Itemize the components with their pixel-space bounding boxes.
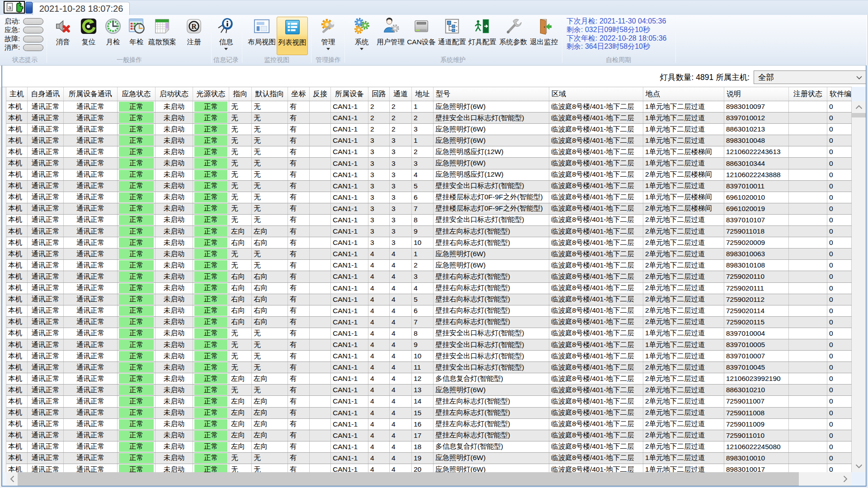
table-row[interactable]: 本机通讯正常通讯正常正常未启动正常无无有CAN1-1331应急照明灯(6W)临波… (6, 135, 852, 146)
can-device-button[interactable]: CAN设备 (407, 18, 436, 46)
list-view-button-selected[interactable]: 列表视图 (277, 17, 308, 55)
column-header-13[interactable]: 通道 (390, 87, 412, 101)
mute-button[interactable]: 消音 (54, 18, 71, 46)
table-row[interactable]: 本机通讯正常通讯正常正常未启动正常无无有CAN1-1442应急照明灯(6W)临波… (6, 260, 852, 271)
cell: 临波庭8号楼/401-地下二层 (549, 385, 643, 395)
column-header-19[interactable]: 注册状态 (789, 87, 827, 101)
table-row[interactable]: 本机通讯正常通讯正常正常未启动正常无无有CAN1-1441应急照明灯(6W)临波… (6, 249, 852, 260)
table-row[interactable]: 本机通讯正常通讯正常正常未启动正常无无有CAN1-14411壁挂安全出口标志灯(… (6, 362, 852, 373)
table-row[interactable]: 本机通讯正常通讯正常正常未启动正常无无有CAN1-14419应急照明灯(6W)临… (6, 453, 852, 464)
table-row[interactable]: 本机通讯正常通讯正常正常未启动正常无无有CAN1-1336壁挂楼层标志灯0F-9… (6, 192, 852, 203)
cell: 3 (368, 181, 390, 192)
application-menu-button[interactable] (25, 2, 33, 14)
system-button[interactable]: 系统 (353, 18, 370, 50)
column-header-1[interactable]: 主机 (6, 87, 28, 101)
table-row[interactable]: 本机通讯正常通讯正常正常未启动正常无无有CAN1-1449壁挂安全出口标志灯(智… (6, 339, 852, 351)
table-row[interactable]: 本机通讯正常通讯正常正常未启动正常左向左向有CAN1-14416壁挂左向标志灯(… (6, 419, 852, 430)
table-row[interactable]: 本机通讯正常通讯正常正常未启动正常无无有CAN1-1337壁挂楼层标志灯0F-9… (6, 203, 852, 215)
table-row[interactable]: 本机通讯正常通讯正常正常未启动正常无无有CAN1-1335壁挂安全出口标志灯(智… (6, 181, 852, 192)
cell (310, 124, 331, 135)
column-header-11[interactable]: 所属设备 (331, 87, 368, 101)
cell: 4 (368, 294, 390, 305)
table-row[interactable]: 本机通讯正常通讯正常正常未启动正常右向右向有CAN1-1444壁挂右向标志灯(智… (6, 283, 852, 294)
column-header-10[interactable]: 反接 (310, 87, 331, 101)
table-row[interactable]: 本机通讯正常通讯正常正常未启动正常左向左向有CAN1-14414壁挂左向标志灯(… (6, 396, 852, 407)
cell: 未启动 (156, 124, 193, 135)
cell: 通讯正常 (64, 271, 118, 282)
column-header-9[interactable]: 坐标 (288, 87, 310, 101)
column-header-7[interactable]: 指向 (229, 87, 252, 101)
table-row[interactable]: 本机通讯正常通讯正常正常未启动正常右向右向有CAN1-1445壁挂右向标志灯(智… (6, 294, 852, 305)
table-row[interactable]: 本机通讯正常通讯正常正常未启动正常右向右向有CAN1-1443壁挂右向标志灯(智… (6, 271, 852, 282)
table-row[interactable]: 本机通讯正常通讯正常正常未启动正常左向左向有CAN1-14415壁挂左向标志灯(… (6, 408, 852, 419)
table-row[interactable]: 本机通讯正常通讯正常正常未启动正常左向左向有CAN1-14417壁挂左向标志灯(… (6, 430, 852, 441)
table-row[interactable]: 本机通讯正常通讯正常正常未启动正常左向左向有CAN1-14412多信息复合灯(智… (6, 373, 852, 385)
cell: 本机 (6, 113, 28, 123)
table-row[interactable]: 本机通讯正常通讯正常正常未启动正常无无有CAN1-1332应急照明感应灯(12W… (6, 146, 852, 158)
cell: 15 (412, 408, 434, 418)
evacuation-plan-button[interactable]: 疏散预案 (148, 18, 176, 46)
table-row[interactable]: 本机通讯正常通讯正常正常未启动正常左向左向有CAN1-1339壁挂左向标志灯(智… (6, 226, 852, 237)
scroll-down-button[interactable] (852, 460, 866, 472)
table-row[interactable]: 本机通讯正常通讯正常正常未启动正常无无有CAN1-1338壁挂安全出口标志灯(智… (6, 215, 852, 226)
host-select-combobox[interactable]: 全部 (754, 70, 866, 84)
table-row[interactable]: 本机通讯正常通讯正常正常未启动正常无无有CAN1-1221应急照明灯(6W)临波… (6, 101, 852, 113)
cell (789, 373, 827, 384)
filter-bar: 灯具数量: 4891 所属主机: 全部 (0, 66, 868, 87)
table-row[interactable]: 本机通讯正常通讯正常正常未启动正常右向右向有CAN1-1447壁挂右向标志灯(智… (6, 317, 852, 328)
table-row[interactable]: 本机通讯正常通讯正常正常未启动正常无无有CAN1-1333应急照明灯(6W)临波… (6, 158, 852, 169)
column-header-12[interactable]: 回路 (368, 87, 390, 101)
column-header-18[interactable]: 说明 (724, 87, 789, 101)
cell (310, 408, 331, 418)
reset-button[interactable]: 复位 (80, 18, 97, 46)
column-header-20[interactable]: 软件编 (827, 87, 852, 101)
scroll-left-button[interactable] (6, 472, 18, 486)
document-a-icon[interactable]: a (6, 2, 14, 12)
green-flag-icon[interactable] (15, 2, 24, 13)
channel-config-button[interactable]: 通道配置 (438, 18, 466, 46)
exit-monitor-button[interactable]: 退出监控 (530, 18, 558, 46)
cell: 0 (827, 169, 852, 180)
cell: 3 (390, 181, 412, 192)
column-header-4[interactable]: 应急状态 (118, 87, 156, 101)
cell: 16 (412, 419, 434, 430)
column-header-8[interactable]: 默认指向 (252, 87, 288, 101)
column-header-5[interactable]: 启动状态 (156, 87, 193, 101)
table-row[interactable]: 本机通讯正常通讯正常正常未启动正常左向左向有CAN1-14418多信息复合灯(智… (6, 441, 852, 453)
column-header-3[interactable]: 所属设备通讯 (64, 87, 118, 101)
column-header-2[interactable]: 自身通讯 (28, 87, 64, 101)
table-row[interactable]: 本机通讯正常通讯正常正常未启动正常右向右向有CAN1-13310壁挂右向标志灯(… (6, 237, 852, 249)
table-row[interactable]: 本机通讯正常通讯正常正常未启动正常无无有CAN1-14420应急照明灯(6W)临… (6, 464, 852, 472)
lamp-config-button[interactable]: 灯具配置 (468, 18, 496, 46)
table-row[interactable]: 本机通讯正常通讯正常正常未启动正常无无有CAN1-1334应急照明感应灯(12W… (6, 169, 852, 181)
hscroll-thumb[interactable] (18, 472, 799, 486)
cell (310, 441, 331, 452)
table-row[interactable]: 本机通讯正常通讯正常正常未启动正常右向右向有CAN1-1446壁挂右向标志灯(智… (6, 305, 852, 317)
register-button[interactable]: R 注册 (185, 18, 203, 46)
system-params-button[interactable]: 系统参数 (499, 18, 527, 46)
monthly-check-button[interactable]: 月检 (104, 18, 122, 46)
datetime-tab[interactable]: 2021-10-28 18:07:26 (33, 2, 130, 15)
table-row[interactable]: 本机通讯正常通讯正常正常未启动正常无无有CAN1-14413应急照明灯(6W)临… (6, 385, 852, 396)
user-manage-button[interactable]: 用户管理 (377, 18, 405, 46)
column-header-17[interactable]: 地点 (643, 87, 724, 101)
cell: 4 (390, 408, 412, 418)
scroll-right-button[interactable] (839, 472, 852, 486)
vscroll-thumb[interactable] (852, 113, 866, 117)
cell: 正常 (193, 430, 229, 441)
layout-view-button[interactable]: 布局视图 (248, 18, 276, 46)
vertical-scrollbar[interactable] (852, 87, 866, 472)
table-row[interactable]: 本机通讯正常通讯正常正常未启动正常无无有CAN1-14410壁挂安全出口标志灯(… (6, 351, 852, 362)
column-header-15[interactable]: 型号 (434, 87, 549, 101)
manage-button[interactable]: 管理 (320, 18, 337, 50)
table-row[interactable]: 本机通讯正常通讯正常正常未启动正常无无有CAN1-1448壁挂安全出口标志灯(智… (6, 328, 852, 339)
horizontal-scrollbar[interactable] (2, 472, 866, 486)
column-header-14[interactable]: 地址 (412, 87, 434, 101)
table-row[interactable]: 本机通讯正常通讯正常正常未启动正常无无有CAN1-1222壁挂安全出口标志灯(智… (6, 113, 852, 124)
scroll-up-button[interactable] (852, 101, 866, 113)
table-row[interactable]: 本机通讯正常通讯正常正常未启动正常无无有CAN1-1223应急照明灯(6W)临波… (6, 124, 852, 135)
annual-check-button[interactable]: 年检 (128, 18, 145, 46)
info-button[interactable]: 信息 (217, 18, 235, 50)
column-header-6[interactable]: 光源状态 (193, 87, 229, 101)
column-header-16[interactable]: 区域 (549, 87, 643, 101)
